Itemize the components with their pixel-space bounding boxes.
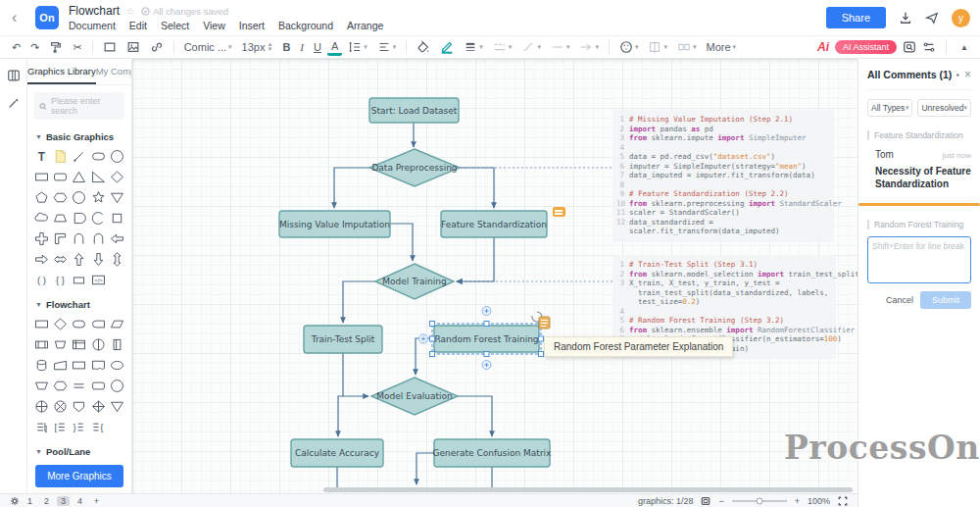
shape-circle-plus-icon[interactable] <box>32 396 51 416</box>
edge[interactable] <box>458 396 492 436</box>
send-icon[interactable] <box>925 11 939 25</box>
minimap-icon[interactable] <box>701 496 710 506</box>
shape-terminator-icon[interactable] <box>70 314 88 333</box>
italic-button[interactable]: I <box>296 39 308 55</box>
shape-diamond-icon[interactable] <box>51 314 70 333</box>
shape-arrow-up-icon[interactable] <box>70 249 88 269</box>
page-button-4[interactable]: 4 <box>74 496 86 506</box>
shape-arch-icon[interactable] <box>70 228 88 248</box>
menu-item-edit[interactable]: Edit <box>129 20 147 31</box>
shape-hexagon-icon[interactable] <box>51 187 70 207</box>
undo-button[interactable]: ↶ <box>8 39 24 56</box>
canvas-horizontal-scrollbar[interactable] <box>323 487 853 492</box>
tab-graphics-library[interactable]: Graphics Library <box>27 59 96 84</box>
avatar[interactable]: y <box>952 9 970 27</box>
zoom-out-button[interactable]: − <box>718 496 723 506</box>
page-button-1[interactable]: 1 <box>24 496 36 506</box>
node-confusion[interactable]: Generate Confusion Matrix <box>433 439 553 467</box>
line-start-button[interactable]: ▾ <box>547 38 574 56</box>
style-brush-button[interactable]: ✂ <box>69 39 85 56</box>
shape-shield-icon[interactable] <box>70 396 88 416</box>
distribute-button[interactable]: ▾ <box>673 38 701 56</box>
page-button-3[interactable]: 3 <box>57 496 70 506</box>
node-start[interactable]: Start: Load Dataset <box>369 98 459 123</box>
eye-icon[interactable] <box>956 70 959 80</box>
menu-item-view[interactable]: View <box>203 20 225 31</box>
shape-rounded-rect-icon[interactable] <box>89 376 108 395</box>
node-preprocess[interactable]: Data Preprocessing <box>369 149 460 186</box>
close-panel-icon[interactable]: × <box>964 68 971 81</box>
diagram-canvas[interactable]: Start: Load DatasetData PreprocessingMis… <box>132 59 858 493</box>
shape-wavy-doc-icon[interactable] <box>89 355 108 375</box>
edge[interactable] <box>416 453 434 484</box>
find-shape-icon[interactable] <box>903 40 916 54</box>
shape-rect-icon[interactable] <box>32 167 51 186</box>
selection-handle[interactable] <box>484 352 489 357</box>
magic-wand-icon[interactable] <box>7 96 21 110</box>
shape-pen-icon[interactable] <box>70 146 88 166</box>
fill-color-button[interactable] <box>413 38 434 56</box>
shape-circle-icon[interactable] <box>108 376 126 395</box>
align-button[interactable]: ▾ <box>644 38 671 56</box>
underline-button[interactable]: U <box>310 39 325 55</box>
zoom-in-button[interactable]: + <box>795 496 800 506</box>
shape-plus-icon[interactable] <box>32 228 51 248</box>
more-menu[interactable]: More▾ <box>702 39 740 55</box>
page-button-2[interactable]: 2 <box>40 496 53 506</box>
format-painter-button[interactable] <box>45 38 67 56</box>
quick-connect-handle[interactable] <box>482 361 491 370</box>
line-height-button[interactable]: ▾ <box>344 38 371 56</box>
bold-button[interactable]: B <box>278 39 294 55</box>
menu-item-insert[interactable]: Insert <box>239 20 265 31</box>
node-note-icon[interactable] <box>539 317 550 329</box>
node-missing[interactable]: Missing Value Imputation <box>279 211 390 237</box>
menu-item-background[interactable]: Background <box>278 20 333 31</box>
shape-manual-op-icon[interactable] <box>51 334 70 354</box>
shape-arrow-right-icon[interactable] <box>32 249 51 269</box>
shape-ellipse-icon[interactable] <box>108 355 126 375</box>
page-settings-icon[interactable] <box>10 496 20 506</box>
add-page-button[interactable]: + <box>90 496 103 506</box>
submit-button[interactable]: Submit <box>920 291 971 309</box>
selection-handle[interactable] <box>539 352 544 357</box>
line-width-button[interactable]: ▾ <box>460 38 487 56</box>
text-align-button[interactable]: ▾ <box>373 38 401 56</box>
shape-internal-storage-icon[interactable] <box>70 334 88 354</box>
cancel-button[interactable]: Cancel <box>886 295 913 305</box>
redo-button[interactable]: ↷ <box>26 39 43 56</box>
theme-button[interactable]: ▾ <box>615 38 643 56</box>
selection-handle[interactable] <box>484 322 489 327</box>
shape-braces-icon[interactable]: { } <box>51 270 70 289</box>
star-icon[interactable]: ☆ <box>125 5 135 18</box>
insert-shape-button[interactable] <box>99 38 121 56</box>
back-chevron-icon[interactable]: ‹ <box>12 9 29 26</box>
shape-panel-icon[interactable] <box>7 69 21 82</box>
shape-manual-input-icon[interactable] <box>51 355 70 375</box>
line-color-button[interactable] <box>436 38 458 56</box>
code-block-1[interactable]: 1# Missing Value Imputation (Step 2.1)2i… <box>612 110 834 242</box>
edge[interactable] <box>457 237 494 281</box>
shape-triangle-down-icon[interactable] <box>108 187 126 207</box>
shape-d-shape-icon[interactable] <box>70 208 88 228</box>
shape-vert-split-icon[interactable] <box>108 334 126 354</box>
font-family-select[interactable]: Comic ...▾ <box>180 39 236 55</box>
shape-c-shape-icon[interactable] <box>89 208 108 228</box>
shape-rect-icon[interactable] <box>32 314 51 333</box>
shape-rounded-rect-icon[interactable] <box>51 167 70 186</box>
shape-code-box-icon[interactable]: </> <box>89 270 108 289</box>
shape-display-icon[interactable] <box>89 314 108 333</box>
shape-diamond-icon[interactable] <box>108 167 126 186</box>
shape-brace-r-icon[interactable]: ] <box>32 417 51 436</box>
shape-arrow-down-icon[interactable] <box>89 249 108 269</box>
insert-image-button[interactable] <box>122 38 144 56</box>
node-evaluation[interactable]: Model Evaluation <box>371 378 458 415</box>
font-size-select[interactable]: 13px▲▼ <box>238 39 277 55</box>
shape-search-input[interactable]: Please enter search <box>34 92 124 120</box>
quick-connect-handle[interactable] <box>419 334 428 343</box>
shape-arch-icon[interactable] <box>89 228 108 248</box>
shape-arrow-double-icon[interactable] <box>51 249 70 269</box>
node-training[interactable]: Model Training <box>375 264 454 299</box>
document-title[interactable]: Flowchart <box>69 4 120 18</box>
shape-sticky-note-icon[interactable] <box>51 146 70 166</box>
font-color-button[interactable]: A <box>327 39 342 56</box>
